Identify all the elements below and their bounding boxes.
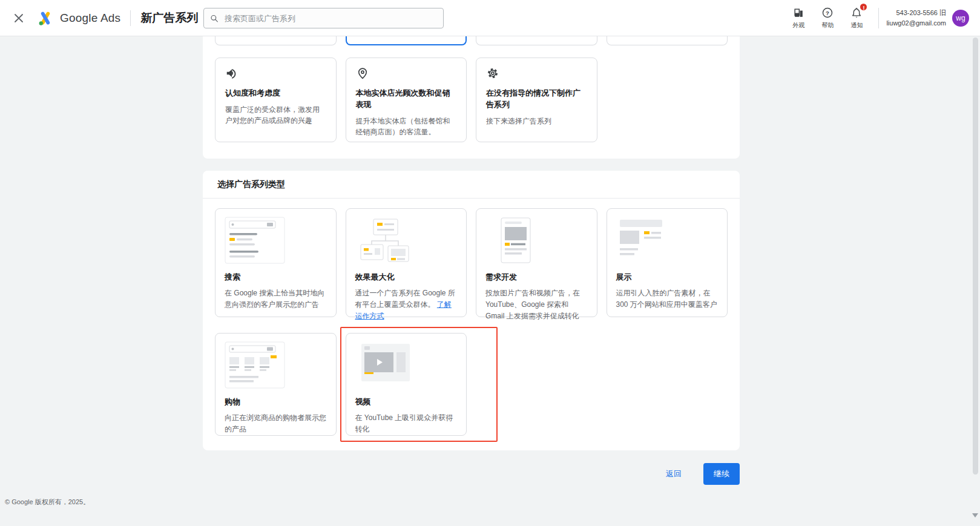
search-input[interactable] xyxy=(223,13,437,24)
objective-title: 认知度和考虑度 xyxy=(225,88,326,99)
main-content: 认知度和考虑度 覆盖广泛的受众群体，激发用户对您的产品或品牌的兴趣 本地实体店光… xyxy=(203,36,740,485)
help-icon: ? xyxy=(821,6,834,19)
campaign-type-row-2: 购物 向正在浏览商品的购物者展示您的产品 视频 在 YouTube xyxy=(203,323,740,436)
location-pin-icon xyxy=(356,71,369,82)
account-email: liuwg02@gmail.com xyxy=(886,18,946,28)
topbar-divider xyxy=(878,8,879,28)
campaign-type-title: 效果最大化 xyxy=(355,272,458,283)
brand-text: Google Ads xyxy=(60,12,120,25)
appearance-icon xyxy=(792,6,805,19)
campaign-type-card-display[interactable]: 展示 运用引人入胜的广告素材，在 300 万个网站和应用中覆盖客户 xyxy=(607,208,728,317)
topbar-right: 外观 ? 帮助 ! 通知 543-203-5566 旧 xyxy=(784,0,974,36)
speaker-icon xyxy=(225,71,238,82)
account-id: 543-203-5566 旧 xyxy=(886,8,946,18)
brand-divider xyxy=(130,10,131,26)
objective-title: 在没有指导的情况下制作广告系列 xyxy=(486,88,587,111)
campaign-type-description: 投放图片广告和视频广告，在 YouTube、Google 探索和 Gmail 上… xyxy=(485,288,588,323)
notification-badge: ! xyxy=(859,2,868,12)
appearance-button[interactable]: 外观 xyxy=(784,4,813,32)
account-info[interactable]: 543-203-5566 旧 liuwg02@gmail.com xyxy=(886,8,946,28)
demand-gen-illustration xyxy=(485,217,546,264)
campaign-type-card-search[interactable]: 搜索 在 Google 搜索上恰当其时地向意向强烈的客户展示您的广告 xyxy=(215,208,337,317)
campaign-type-description: 在 Google 搜索上恰当其时地向意向强烈的客户展示您的广告 xyxy=(225,288,327,311)
objective-description: 覆盖广泛的受众群体，激发用户对您的产品或品牌的兴趣 xyxy=(225,104,326,127)
campaign-type-description: 通过一个广告系列在 Google 所有平台上覆盖受众群体。 了解运作方式 xyxy=(355,288,458,323)
objective-card-without-guidance[interactable]: 在没有指导的情况下制作广告系列 接下来选择广告系列 xyxy=(476,58,597,142)
help-button[interactable]: ? 帮助 xyxy=(813,4,842,32)
campaign-type-heading: 选择广告系列类型 xyxy=(203,171,740,198)
appearance-label: 外观 xyxy=(792,21,804,30)
objective-top-row xyxy=(215,36,728,45)
search-campaign-illustration xyxy=(225,217,285,264)
objective-card-awareness[interactable]: 认知度和考虑度 覆盖广泛的受众群体，激发用户对您的产品或品牌的兴趣 xyxy=(215,58,337,142)
search-box[interactable] xyxy=(203,8,444,28)
objective-empty-cell xyxy=(607,58,728,142)
campaign-type-description: 向正在浏览商品的购物者展示您的产品 xyxy=(225,412,327,435)
campaign-type-empty-cell-2 xyxy=(607,333,728,436)
campaign-type-title: 搜索 xyxy=(225,272,327,283)
google-ads-logo: Google Ads xyxy=(36,9,120,27)
notifications-label: 通知 xyxy=(850,21,863,30)
objective-description: 提升本地实体店（包括餐馆和经销商店面）的客流量。 xyxy=(356,116,457,138)
campaign-type-title: 需求开发 xyxy=(485,272,588,283)
display-campaign-illustration xyxy=(616,217,677,264)
campaign-type-title: 展示 xyxy=(616,272,719,283)
shopping-campaign-illustration xyxy=(225,341,285,389)
google-ads-logo-icon xyxy=(36,9,54,27)
notifications-button[interactable]: ! 通知 xyxy=(842,4,871,32)
objective-card-partial-4[interactable] xyxy=(607,36,728,45)
scrollbar-thumb[interactable] xyxy=(973,38,978,475)
campaign-type-row-1: 搜索 在 Google 搜索上恰当其时地向意向强烈的客户展示您的广告 xyxy=(203,199,740,317)
help-label: 帮助 xyxy=(821,21,834,30)
campaign-type-card-performance-max[interactable]: 效果最大化 通过一个广告系列在 Google 所有平台上覆盖受众群体。 了解运作… xyxy=(346,208,467,317)
back-button[interactable]: 返回 xyxy=(662,468,685,480)
bell-icon: ! xyxy=(850,6,863,19)
campaign-type-title: 购物 xyxy=(225,396,327,407)
campaign-type-empty-cell-1 xyxy=(476,333,597,436)
search-icon xyxy=(210,14,219,23)
campaign-type-panel: 选择广告系列类型 搜索 在 Google 搜索上恰当其时地向意 xyxy=(203,171,740,450)
continue-button[interactable]: 继续 xyxy=(703,463,740,485)
campaign-type-video-cell: 视频 在 YouTube 上吸引观众并获得转化 xyxy=(346,333,467,436)
copyright-text: © Google 版权所有，2025。 xyxy=(5,498,90,507)
svg-text:?: ? xyxy=(826,10,829,16)
campaign-type-title: 视频 xyxy=(355,396,458,407)
scrollbar-track[interactable] xyxy=(972,36,980,526)
video-campaign-illustration xyxy=(355,341,416,389)
objective-title: 本地实体店光顾次数和促销表现 xyxy=(356,88,457,111)
performance-max-illustration xyxy=(355,217,416,264)
close-icon[interactable] xyxy=(8,8,29,28)
campaign-type-card-shopping[interactable]: 购物 向正在浏览商品的购物者展示您的产品 xyxy=(215,333,337,436)
objective-card-local-store[interactable]: 本地实体店光顾次数和促销表现 提升本地实体店（包括餐馆和经销商店面）的客流量。 xyxy=(346,58,467,142)
objective-description: 接下来选择广告系列 xyxy=(486,116,587,127)
scrollbar-down-arrow[interactable] xyxy=(972,513,978,518)
campaign-type-description: 运用引人入胜的广告素材，在 300 万个网站和应用中覆盖客户 xyxy=(616,288,719,311)
objective-card-partial-1[interactable] xyxy=(215,36,337,45)
objective-bottom-row: 认知度和考虑度 覆盖广泛的受众群体，激发用户对您的产品或品牌的兴趣 本地实体店光… xyxy=(215,58,728,142)
topbar: Google Ads 新广告系列 外观 ? xyxy=(0,0,980,36)
objectives-panel: 认知度和考虑度 覆盖广泛的受众群体，激发用户对您的产品或品牌的兴趣 本地实体店光… xyxy=(203,36,740,159)
page-title: 新广告系列 xyxy=(140,10,198,26)
campaign-type-card-video[interactable]: 视频 在 YouTube 上吸引观众并获得转化 xyxy=(346,333,467,436)
campaign-type-description: 在 YouTube 上吸引观众并获得转化 xyxy=(355,412,458,435)
campaign-type-card-demand-gen[interactable]: 需求开发 投放图片广告和视频广告，在 YouTube、Google 探索和 Gm… xyxy=(476,208,597,317)
avatar[interactable]: wg xyxy=(952,10,969,27)
footer-actions: 返回 继续 xyxy=(203,463,740,485)
objective-card-partial-3[interactable] xyxy=(476,36,597,45)
objective-card-partial-2-selected[interactable] xyxy=(346,36,467,45)
gear-icon xyxy=(486,71,499,82)
